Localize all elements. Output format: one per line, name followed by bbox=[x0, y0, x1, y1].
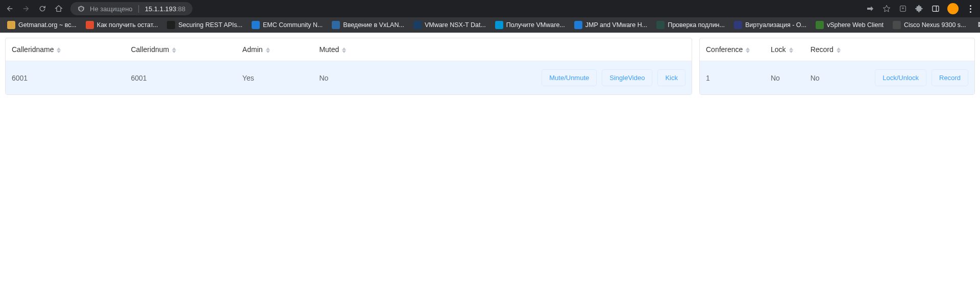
sort-icon bbox=[342, 47, 346, 53]
bookmark-label: Как получить остат... bbox=[97, 21, 158, 29]
bookmark-item[interactable]: Проверка подлин... bbox=[653, 20, 728, 30]
bookmark-favicon bbox=[495, 21, 503, 29]
security-label: Не защищено bbox=[90, 5, 133, 13]
bookmark-label: Виртуализация - O... bbox=[745, 21, 806, 29]
sort-icon bbox=[789, 47, 793, 53]
bookmark-label: vSphere Web Client bbox=[827, 21, 884, 29]
participants-table: Calleridname Calleridnum Admin Muted 600… bbox=[6, 38, 692, 94]
sort-icon bbox=[746, 47, 750, 53]
bookmark-favicon bbox=[7, 21, 15, 29]
bookmark-label: VMware NSX-T Dat... bbox=[425, 21, 486, 29]
col-calleridname[interactable]: Calleridname bbox=[6, 38, 125, 61]
col-admin-label: Admin bbox=[242, 45, 263, 54]
page-content: Calleridname Calleridnum Admin Muted 600… bbox=[0, 33, 980, 100]
table-row[interactable]: 1 No No Lock/Unlock Record bbox=[700, 61, 974, 95]
url-port: :88 bbox=[176, 5, 185, 13]
bookmark-item[interactable]: EMC Community N... bbox=[249, 20, 326, 30]
extensions-icon[interactable] bbox=[915, 4, 924, 13]
bookmark-item[interactable]: JMP and VMware H... bbox=[571, 20, 650, 30]
table-row[interactable]: 6001 6001 Yes No Mute/Unmute SingleVideo… bbox=[6, 61, 692, 95]
col-muted[interactable]: Muted bbox=[313, 38, 389, 61]
sort-icon bbox=[266, 47, 270, 53]
nav-back-button[interactable] bbox=[5, 4, 14, 13]
bookmark-label: Getmanat.org ~ вс... bbox=[18, 21, 77, 29]
bookmark-label: EMC Community N... bbox=[263, 21, 323, 29]
col-conference-label: Conference bbox=[706, 45, 743, 54]
col-calleridname-label: Calleridname bbox=[12, 45, 54, 54]
bookmark-favicon bbox=[252, 21, 260, 29]
conference-panel: Conference Lock Record 1 No No Lock/Unlo… bbox=[699, 38, 975, 95]
col-lock[interactable]: Lock bbox=[765, 38, 804, 61]
kick-button[interactable]: Kick bbox=[657, 69, 685, 86]
col-muted-label: Muted bbox=[319, 45, 339, 54]
cell-muted: No bbox=[313, 61, 389, 95]
bookmark-label: Введение в VxLAN... bbox=[343, 21, 404, 29]
col-record-label: Record bbox=[811, 45, 834, 54]
bookmark-item[interactable]: Getmanat.org ~ вс... bbox=[4, 20, 80, 30]
svg-text:!: ! bbox=[81, 7, 82, 11]
lock-unlock-button[interactable]: Lock/Unlock bbox=[875, 69, 926, 86]
single-video-button[interactable]: SingleVideo bbox=[602, 69, 652, 86]
cell-admin: Yes bbox=[236, 61, 313, 95]
sort-icon bbox=[172, 47, 176, 53]
bookmark-label: Cisco Nexus 9300 s... bbox=[904, 21, 966, 29]
bookmark-favicon bbox=[656, 21, 665, 29]
cell-calleridname: 6001 bbox=[6, 61, 125, 95]
bookmark-item[interactable]: Получите VMware... bbox=[492, 20, 568, 30]
sort-icon bbox=[57, 47, 61, 53]
bookmark-item[interactable]: Введение в VxLAN... bbox=[329, 20, 407, 30]
profile-avatar[interactable] bbox=[947, 3, 959, 14]
svg-rect-2 bbox=[933, 6, 939, 12]
bookmark-favicon bbox=[734, 21, 742, 29]
participants-panel: Calleridname Calleridnum Admin Muted 600… bbox=[5, 38, 692, 95]
address-bar[interactable]: ! Не защищено | 15.1.1.193:88 bbox=[70, 2, 192, 15]
cell-calleridnum: 6001 bbox=[125, 61, 236, 95]
url-host: 15.1.1.193 bbox=[145, 5, 176, 13]
bookmark-favicon bbox=[167, 21, 175, 29]
install-app-icon[interactable] bbox=[898, 4, 908, 13]
sort-icon bbox=[837, 47, 841, 53]
cell-record: No bbox=[804, 61, 853, 95]
bookmark-item[interactable]: VMware NSX-T Dat... bbox=[410, 20, 489, 30]
bookmark-label: Проверка подлин... bbox=[668, 21, 725, 29]
conference-table: Conference Lock Record 1 No No Lock/Unlo… bbox=[700, 38, 974, 94]
bookmark-star-icon[interactable] bbox=[882, 4, 891, 13]
bookmark-item[interactable]: vSphere Web Client bbox=[813, 20, 887, 30]
bookmark-label: JMP and VMware H... bbox=[585, 21, 647, 29]
bookmarks-bar: Getmanat.org ~ вс...Как получить остат..… bbox=[0, 17, 980, 33]
cell-lock: No bbox=[765, 61, 804, 95]
bookmark-item[interactable]: Как получить остат... bbox=[83, 20, 161, 30]
bookmark-favicon bbox=[86, 21, 94, 29]
col-admin[interactable]: Admin bbox=[236, 38, 313, 61]
bookmark-item[interactable]: Виртуализация - O... bbox=[731, 20, 810, 30]
cell-conference: 1 bbox=[700, 61, 765, 95]
col-calleridnum[interactable]: Calleridnum bbox=[125, 38, 236, 61]
chrome-menu-button[interactable] bbox=[966, 4, 975, 13]
bookmark-label: Securing REST APIs... bbox=[178, 21, 242, 29]
bookmark-favicon bbox=[816, 21, 824, 29]
bookmark-favicon bbox=[413, 21, 422, 29]
bookmark-favicon bbox=[574, 21, 582, 29]
nav-reload-button[interactable] bbox=[38, 4, 47, 13]
mute-unmute-button[interactable]: Mute/Unmute bbox=[542, 69, 597, 86]
col-record[interactable]: Record bbox=[804, 38, 853, 61]
browser-toolbar: ! Не защищено | 15.1.1.193:88 bbox=[0, 0, 980, 17]
col-conference[interactable]: Conference bbox=[700, 38, 765, 61]
chrome-action-icons bbox=[866, 3, 975, 14]
nav-forward-button[interactable] bbox=[21, 4, 31, 13]
bookmark-favicon bbox=[893, 21, 901, 29]
bookmark-favicon bbox=[332, 21, 340, 29]
url-separator: | bbox=[138, 4, 140, 13]
bookmarks-overflow-button[interactable] bbox=[972, 21, 980, 30]
side-panel-icon[interactable] bbox=[931, 4, 940, 13]
share-icon[interactable] bbox=[866, 4, 875, 13]
record-button[interactable]: Record bbox=[932, 69, 968, 86]
col-lock-label: Lock bbox=[771, 45, 786, 54]
bookmark-label: Получите VMware... bbox=[506, 21, 565, 29]
nav-home-button[interactable] bbox=[54, 4, 63, 13]
bookmark-item[interactable]: Securing REST APIs... bbox=[164, 20, 246, 30]
not-secure-icon: ! bbox=[78, 5, 85, 12]
bookmark-item[interactable]: Cisco Nexus 9300 s... bbox=[890, 20, 969, 30]
col-calleridnum-label: Calleridnum bbox=[131, 45, 169, 54]
